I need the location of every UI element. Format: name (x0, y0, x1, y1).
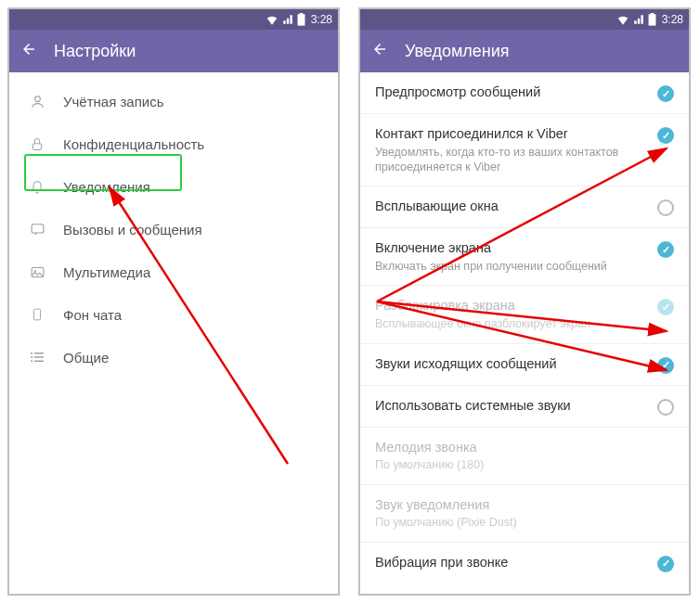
settings-item-notifications[interactable]: Уведомления (9, 165, 338, 208)
battery-icon (648, 13, 656, 26)
svg-point-10 (31, 356, 32, 358)
notification-subtitle: Всплывающее окно разблокирует экран (375, 316, 648, 331)
lock-icon (28, 136, 46, 152)
notification-item[interactable]: Контакт присоединился к ViberУведомлять,… (360, 113, 689, 186)
settings-item-calls[interactable]: Вызовы и сообщения (9, 208, 338, 250)
svg-rect-14 (649, 15, 655, 25)
notifications-screen: 3:28 Уведомления Предпросмотр сообщенийК… (358, 7, 691, 596)
notification-subtitle: По умолчанию (Pixie Dust) (375, 515, 674, 530)
toggle-check[interactable] (657, 241, 674, 258)
settings-item-privacy[interactable]: Конфиденциальность (9, 122, 338, 165)
settings-item-background[interactable]: Фон чата (9, 293, 338, 336)
status-bar: 3:28 (360, 9, 689, 30)
toggle-check[interactable] (657, 85, 674, 102)
settings-list: Учётная запись Конфиденциальность Уведом… (9, 72, 338, 386)
toggle-check[interactable] (657, 357, 674, 374)
phone-bg-icon (28, 306, 46, 323)
svg-rect-7 (34, 309, 41, 320)
notification-item: Мелодия звонкаПо умолчанию (180) (360, 427, 689, 484)
list-icon (28, 351, 46, 364)
signal-icon (633, 14, 644, 25)
user-icon (28, 94, 46, 109)
notification-title: Предпросмотр сообщений (375, 83, 648, 101)
settings-label: Общие (63, 350, 109, 366)
settings-item-media[interactable]: Мультимедиа (9, 250, 338, 293)
notification-item[interactable]: Предпросмотр сообщений (360, 72, 689, 113)
notification-title: Вибрация при звонке (375, 554, 648, 571)
app-bar: Настройки (9, 30, 338, 72)
notification-item[interactable]: Звуки исходящих сообщений (360, 343, 689, 385)
notification-title: Использовать системные звуки (375, 397, 648, 415)
svg-rect-15 (650, 13, 654, 15)
svg-rect-4 (32, 224, 44, 232)
notification-title: Звук уведомления (375, 496, 674, 514)
svg-rect-11 (33, 356, 43, 357)
notification-title: Звуки исходящих сообщений (375, 355, 648, 373)
status-time: 3:28 (311, 13, 332, 26)
toggle-check[interactable] (657, 127, 674, 144)
settings-label: Учётная запись (63, 94, 164, 109)
notification-title: Разблокировка экрана (375, 297, 648, 314)
media-icon (28, 264, 46, 280)
svg-point-8 (31, 353, 32, 354)
settings-screen: 3:28 Настройки Учётная запись Конфиденци… (7, 7, 340, 596)
toggle-check (657, 299, 674, 315)
notification-list[interactable]: Предпросмотр сообщенийКонтакт присоедини… (360, 72, 689, 594)
notification-title: Контакт присоединился к Viber (375, 125, 648, 143)
wifi-icon (266, 14, 279, 25)
notification-item[interactable]: Всплывающие окна (360, 186, 689, 227)
app-bar: Уведомления (360, 30, 689, 72)
wifi-icon (616, 14, 629, 25)
svg-rect-1 (299, 13, 303, 15)
notification-item[interactable]: Включение экранаВключать экран при получ… (360, 227, 689, 285)
app-bar-title: Уведомления (405, 42, 510, 61)
notification-title: Мелодия звонка (375, 439, 674, 456)
battery-icon (297, 13, 305, 26)
svg-point-12 (31, 360, 32, 362)
notification-item: Звук уведомленияПо умолчанию (Pixie Dust… (360, 484, 689, 542)
back-icon[interactable] (20, 41, 37, 61)
notification-item: Разблокировка экранаВсплывающее окно раз… (360, 285, 689, 342)
signal-icon (282, 14, 293, 25)
back-icon[interactable] (371, 41, 388, 61)
bell-icon (28, 179, 46, 195)
toggle-check[interactable] (657, 556, 674, 572)
notification-item[interactable]: Вибрация при звонке (360, 542, 689, 584)
settings-label: Конфиденциальность (63, 136, 204, 152)
notification-subtitle: Уведомлять, когда кто-то из ваших контак… (375, 145, 648, 175)
notification-subtitle: Включать экран при получении сообщений (375, 259, 648, 274)
settings-label: Фон чата (63, 307, 122, 323)
settings-item-general[interactable]: Общие (9, 336, 338, 378)
svg-rect-13 (33, 361, 43, 362)
notification-title: Включение экрана (375, 239, 648, 257)
svg-rect-3 (32, 143, 41, 149)
settings-label: Мультимедиа (63, 264, 150, 280)
notification-subtitle: По умолчанию (180) (375, 457, 674, 472)
notification-item[interactable]: Использовать системные звуки (360, 385, 689, 427)
notification-title: Всплывающие окна (375, 198, 648, 215)
svg-rect-9 (33, 353, 43, 353)
toggle-check[interactable] (657, 199, 674, 216)
settings-label: Вызовы и сообщения (63, 222, 202, 237)
settings-label: Уведомления (63, 179, 150, 195)
settings-item-account[interactable]: Учётная запись (9, 80, 338, 122)
toggle-check[interactable] (657, 399, 674, 416)
chat-icon (28, 222, 46, 237)
status-time: 3:28 (662, 13, 683, 26)
status-bar: 3:28 (9, 9, 338, 30)
app-bar-title: Настройки (54, 42, 136, 61)
svg-rect-0 (298, 15, 305, 25)
svg-point-2 (34, 96, 40, 101)
